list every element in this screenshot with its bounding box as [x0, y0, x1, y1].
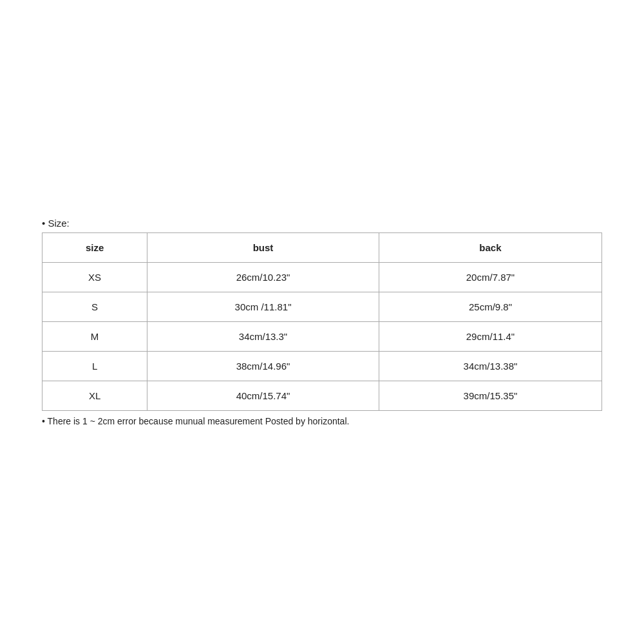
table-row: M34cm/13.3"29cm/11.4" — [43, 322, 602, 352]
table-cell: 25cm/9.8" — [379, 292, 601, 322]
measurement-note: • There is 1 ~ 2cm error because munual … — [42, 416, 602, 426]
col-header-back: back — [379, 233, 601, 263]
table-header-row: size bust back — [43, 233, 602, 263]
size-table: size bust back XS26cm/10.23"20cm/7.87"S3… — [42, 232, 602, 411]
table-cell: M — [43, 322, 147, 352]
table-cell: 34cm/13.3" — [147, 322, 379, 352]
table-cell: XS — [43, 263, 147, 292]
table-row: S30cm /11.81"25cm/9.8" — [43, 292, 602, 322]
table-cell: 34cm/13.38" — [379, 352, 601, 381]
table-cell: 40cm/15.74" — [147, 381, 379, 411]
table-cell: 29cm/11.4" — [379, 322, 601, 352]
table-cell: S — [43, 292, 147, 322]
table-row: XL40cm/15.74"39cm/15.35" — [43, 381, 602, 411]
section-label: • Size: — [42, 218, 602, 229]
table-row: XS26cm/10.23"20cm/7.87" — [43, 263, 602, 292]
table-cell: L — [43, 352, 147, 381]
main-container: • Size: size bust back XS26cm/10.23"20cm… — [42, 205, 602, 439]
table-cell: 30cm /11.81" — [147, 292, 379, 322]
table-cell: 38cm/14.96" — [147, 352, 379, 381]
table-cell: XL — [43, 381, 147, 411]
col-header-bust: bust — [147, 233, 379, 263]
table-cell: 39cm/15.35" — [379, 381, 601, 411]
table-cell: 26cm/10.23" — [147, 263, 379, 292]
table-cell: 20cm/7.87" — [379, 263, 601, 292]
table-row: L38cm/14.96"34cm/13.38" — [43, 352, 602, 381]
col-header-size: size — [43, 233, 147, 263]
